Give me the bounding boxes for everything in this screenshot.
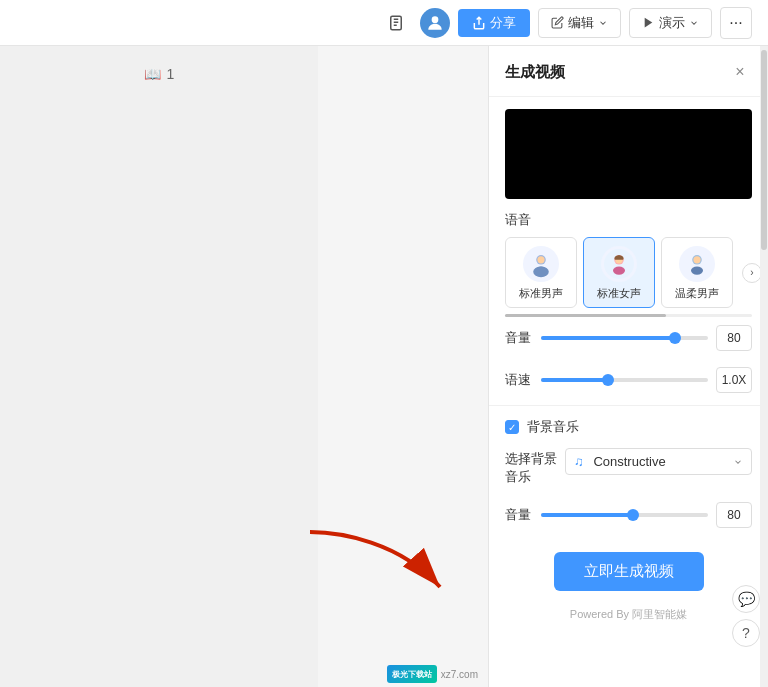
volume2-track[interactable] bbox=[541, 513, 708, 517]
voice-avatar-male bbox=[523, 246, 559, 282]
voice-name-gentle-male: 温柔男声 bbox=[675, 286, 719, 301]
dropdown-chevron-icon bbox=[733, 457, 743, 467]
speed-value: 1.0X bbox=[716, 367, 752, 393]
svg-point-1 bbox=[432, 16, 439, 23]
voice-section-label: 语音 bbox=[505, 211, 752, 229]
page-indicator: 📖 1 bbox=[144, 66, 175, 82]
voice-item-gentle-male[interactable]: 温柔男声 bbox=[661, 237, 733, 308]
volume2-value: 80 bbox=[716, 502, 752, 528]
panel: 生成视频 × 语音 bbox=[488, 46, 768, 687]
edit-button[interactable]: 编辑 bbox=[538, 8, 621, 38]
volume-fill bbox=[541, 336, 675, 340]
avatar[interactable] bbox=[420, 8, 450, 38]
generate-btn-area: 立即生成视频 bbox=[489, 536, 768, 607]
voice-scroll-right-button[interactable]: › bbox=[742, 263, 762, 283]
svg-marker-2 bbox=[645, 18, 653, 28]
volume-value: 80 bbox=[716, 325, 752, 351]
bg-music-row: ✓ 背景音乐 bbox=[489, 410, 768, 444]
speed-fill bbox=[541, 378, 608, 382]
music-select-row: 选择背景音乐 ♫ Constructive bbox=[489, 444, 768, 494]
volume2-thumb[interactable] bbox=[627, 509, 639, 521]
main-area: 分享 编辑 演示 ··· 📖 bbox=[0, 0, 768, 687]
svg-point-11 bbox=[613, 266, 625, 274]
bottom-right-icons: 💬 ? bbox=[732, 585, 760, 647]
comment-icon-button[interactable]: 💬 bbox=[732, 585, 760, 613]
panel-close-button[interactable]: × bbox=[728, 60, 752, 84]
scrollbar-thumb bbox=[761, 50, 767, 250]
speed-slider-row: 语速 1.0X bbox=[489, 359, 768, 401]
svg-point-14 bbox=[693, 256, 700, 263]
panel-header: 生成视频 × bbox=[489, 46, 768, 97]
watermark-url: xz7.com bbox=[441, 669, 478, 680]
svg-point-15 bbox=[691, 266, 703, 274]
voice-avatar-gentle-male bbox=[679, 246, 715, 282]
main-scrollbar[interactable] bbox=[760, 46, 768, 687]
voice-list: 标准男声 标准女声 bbox=[505, 237, 752, 308]
powered-by-text: Powered By 阿里智能媒 bbox=[489, 607, 768, 632]
video-preview bbox=[505, 109, 752, 199]
more-button[interactable]: ··· bbox=[720, 7, 752, 39]
voice-scrollbar bbox=[505, 314, 752, 317]
doc-icon-button[interactable] bbox=[380, 7, 412, 39]
content-area: 📖 1 bbox=[0, 46, 318, 687]
speed-label: 语速 bbox=[505, 371, 533, 389]
svg-point-7 bbox=[535, 266, 547, 274]
volume2-label: 音量 bbox=[505, 506, 533, 524]
panel-title: 生成视频 bbox=[505, 63, 565, 82]
voice-name-standard-female: 标准女声 bbox=[597, 286, 641, 301]
volume-slider-row: 音量 80 bbox=[489, 317, 768, 359]
toolbar: 分享 编辑 演示 ··· bbox=[0, 0, 768, 46]
volume-label: 音量 bbox=[505, 329, 533, 347]
bg-music-checkbox[interactable]: ✓ bbox=[505, 420, 519, 434]
question-icon-button[interactable]: ? bbox=[732, 619, 760, 647]
voice-item-standard-male[interactable]: 标准男声 bbox=[505, 237, 577, 308]
speed-thumb[interactable] bbox=[602, 374, 614, 386]
music-select-dropdown[interactable]: ♫ Constructive bbox=[565, 448, 752, 475]
page-count: 1 bbox=[167, 66, 175, 82]
watermark: 极光下载站 xz7.com bbox=[387, 665, 478, 683]
volume-track[interactable] bbox=[541, 336, 708, 340]
share-button[interactable]: 分享 bbox=[458, 9, 530, 37]
music-note-icon: ♫ bbox=[574, 454, 584, 469]
voice-avatar-female bbox=[601, 246, 637, 282]
book-icon: 📖 bbox=[144, 66, 161, 82]
present-button[interactable]: 演示 bbox=[629, 8, 712, 38]
music-selected-value: Constructive bbox=[593, 454, 665, 469]
voice-list-container: 标准男声 标准女声 bbox=[505, 237, 752, 308]
bg-music-label: 背景音乐 bbox=[527, 418, 579, 436]
volume2-fill bbox=[541, 513, 633, 517]
voice-name-standard-male: 标准男声 bbox=[519, 286, 563, 301]
music-select-label: 选择背景音乐 bbox=[505, 448, 557, 486]
voice-item-standard-female[interactable]: 标准女声 bbox=[583, 237, 655, 308]
watermark-logo: 极光下载站 bbox=[387, 665, 437, 683]
volume-thumb[interactable] bbox=[669, 332, 681, 344]
svg-point-6 bbox=[537, 256, 544, 263]
speed-track[interactable] bbox=[541, 378, 708, 382]
volume2-slider-row: 音量 80 bbox=[489, 494, 768, 536]
divider-1 bbox=[489, 405, 768, 406]
generate-video-button[interactable]: 立即生成视频 bbox=[554, 552, 704, 591]
red-arrow-annotation bbox=[300, 522, 460, 602]
